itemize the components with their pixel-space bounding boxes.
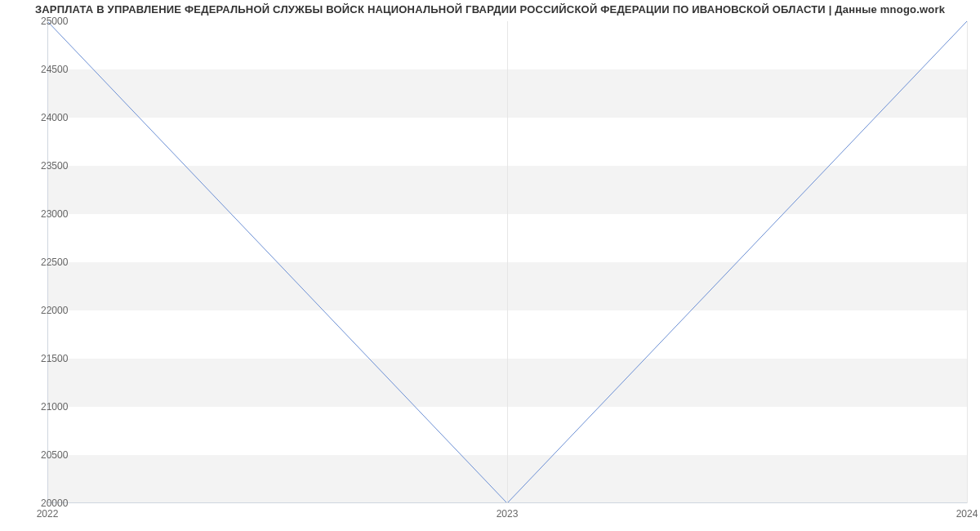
plot-area [47,21,967,503]
line-layer [47,21,967,503]
grid-line-vertical [967,21,968,503]
chart-title: ЗАРПЛАТА В УПРАВЛЕНИЕ ФЕДЕРАЛЬНОЙ СЛУЖБЫ… [0,3,980,16]
x-axis-line [47,502,967,503]
x-tick-label: 2024 [956,508,978,520]
x-tick-label: 2022 [37,508,59,520]
chart-container: ЗАРПЛАТА В УПРАВЛЕНИЕ ФЕДЕРАЛЬНОЙ СЛУЖБЫ… [0,0,980,531]
series-line [47,21,967,503]
x-tick-label: 2023 [497,508,519,520]
